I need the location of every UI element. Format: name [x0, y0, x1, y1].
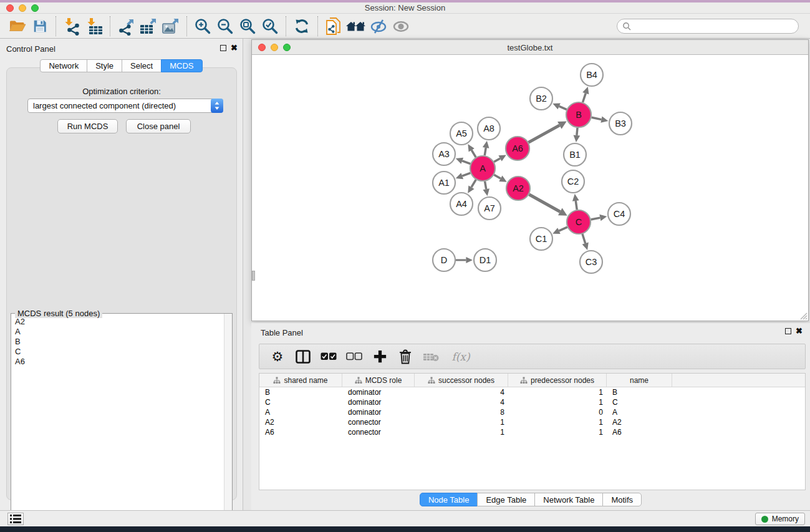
- tab-select[interactable]: Select: [122, 59, 162, 72]
- edge-A-A8[interactable]: [485, 148, 486, 155]
- result-item: A6: [15, 357, 219, 367]
- cell-shared-name: C: [259, 398, 342, 407]
- export-image-button[interactable]: [160, 15, 182, 37]
- cell-predecessor-nodes: 0: [508, 408, 607, 417]
- task-history-button[interactable]: [7, 513, 24, 525]
- toolbar-separator: [286, 16, 286, 36]
- criterion-dropdown[interactable]: largest connected component (directed): [27, 99, 223, 113]
- resize-grip-icon[interactable]: [799, 311, 808, 320]
- table-settings-button[interactable]: ⚙: [269, 349, 286, 365]
- cell-shared-name: A: [259, 408, 342, 417]
- delete-table-icon: [423, 351, 439, 362]
- birdseye-handle[interactable]: [252, 271, 255, 281]
- edge-A6-B[interactable]: [529, 125, 560, 142]
- float-panel-icon[interactable]: [220, 45, 226, 51]
- edge-B-B2[interactable]: [559, 106, 567, 109]
- tab-motifs[interactable]: Motifs: [602, 493, 642, 506]
- edge-B-B4[interactable]: [583, 94, 586, 102]
- edge-A-A7[interactable]: [485, 181, 486, 190]
- tab-network[interactable]: Network: [40, 59, 87, 72]
- import-network-button[interactable]: [60, 15, 83, 37]
- edge-A2-C[interactable]: [529, 195, 560, 212]
- toolbar-separator: [317, 16, 318, 36]
- network-window-titlebar[interactable]: testGlobe.txt: [252, 40, 808, 55]
- edge-C-C4[interactable]: [591, 218, 600, 220]
- tab-node-table[interactable]: Node Table: [420, 493, 478, 506]
- cell-predecessor-nodes: 1: [508, 398, 607, 407]
- column-header-MCDS-role[interactable]: MCDS role: [342, 374, 415, 387]
- edge-B-B1[interactable]: [577, 128, 577, 135]
- tab-network-table[interactable]: Network Table: [534, 493, 603, 506]
- show-panels-button[interactable]: [390, 15, 412, 37]
- column-header-shared-name[interactable]: shared name: [259, 374, 342, 387]
- table-row[interactable]: A2connector11A2: [259, 417, 805, 427]
- import-table-button[interactable]: [83, 15, 105, 37]
- column-header-successor-nodes[interactable]: successor nodes: [415, 374, 508, 387]
- table-row[interactable]: Cdominator41C: [259, 397, 805, 407]
- function-builder-button[interactable]: f(x): [448, 349, 473, 365]
- open-folder-icon: [9, 17, 26, 35]
- memory-button[interactable]: Memory: [755, 513, 805, 525]
- save-session-button[interactable]: [29, 15, 51, 37]
- add-column-button[interactable]: [372, 349, 388, 365]
- node-table: shared nameMCDS rolesuccessor nodesprede…: [259, 373, 806, 490]
- attribute-icon: [520, 377, 528, 384]
- export-network-button[interactable]: [115, 15, 137, 37]
- graph-node-label-C: C: [576, 217, 582, 227]
- graph-node-label-B2: B2: [536, 94, 547, 104]
- arrowhead-icon: [600, 116, 608, 122]
- select-all-button[interactable]: [321, 349, 337, 365]
- run-mcds-button[interactable]: Run MCDS: [57, 119, 118, 133]
- network-view-window: testGlobe.txt AA1A3A4A5A7A8A6A2BB1B2B3B4…: [251, 39, 809, 321]
- zoom-fit-button[interactable]: [236, 15, 259, 37]
- edge-A-A2[interactable]: [494, 175, 501, 178]
- edge-A-A3[interactable]: [462, 161, 470, 164]
- edge-C-C3[interactable]: [582, 234, 586, 243]
- network-overview-button[interactable]: [322, 15, 345, 37]
- table-row[interactable]: Adominator80A: [259, 407, 805, 417]
- tab-mcds[interactable]: MCDS: [161, 59, 202, 72]
- export-network-icon: [117, 17, 135, 36]
- cell-MCDS-role: dominator: [342, 398, 415, 407]
- result-scrollbar[interactable]: [224, 314, 232, 526]
- toggle-columns-button[interactable]: [295, 349, 311, 365]
- delete-table-button[interactable]: [423, 349, 439, 365]
- edge-A-A6[interactable]: [494, 158, 500, 162]
- column-header-predecessor-nodes[interactable]: predecessor nodes: [508, 374, 607, 387]
- hide-panels-button[interactable]: [367, 15, 390, 37]
- close-panel-icon[interactable]: ✖: [796, 328, 803, 334]
- mcds-result-list: A2ABCA6: [11, 316, 223, 526]
- cell-shared-name: B: [259, 388, 342, 397]
- search-field[interactable]: [617, 19, 799, 34]
- edge-B-B3[interactable]: [592, 117, 602, 119]
- table-row[interactable]: A6connector11A6: [259, 427, 805, 437]
- cell-MCDS-role: connector: [342, 428, 415, 437]
- edge-A-A5[interactable]: [471, 150, 476, 157]
- table-row[interactable]: Bdominator41B: [259, 387, 805, 397]
- search-input[interactable]: [631, 22, 793, 31]
- delete-column-button[interactable]: [397, 349, 413, 365]
- cell-name: A2: [607, 418, 672, 427]
- network-canvas[interactable]: AA1A3A4A5A7A8A6A2BB1B2B3B4CC1C2C3C4DD1: [252, 55, 808, 321]
- tab-edge-table[interactable]: Edge Table: [477, 493, 535, 506]
- open-session-button[interactable]: [6, 15, 29, 37]
- zoom-out-button[interactable]: [214, 15, 236, 37]
- column-header-name[interactable]: name: [607, 374, 672, 387]
- edge-A-A1[interactable]: [462, 173, 470, 176]
- tab-style[interactable]: Style: [87, 59, 122, 72]
- float-panel-icon[interactable]: [785, 328, 791, 334]
- close-panel-icon[interactable]: ✖: [231, 45, 238, 51]
- zoom-in-button[interactable]: [191, 15, 214, 37]
- zoom-selected-button[interactable]: [259, 15, 281, 37]
- network-window-title: testGlobe.txt: [252, 43, 808, 52]
- close-panel-button[interactable]: Close panel: [126, 119, 191, 133]
- edge-C-C2[interactable]: [576, 201, 577, 210]
- deselect-all-button[interactable]: [346, 349, 362, 365]
- arrowhead-icon: [466, 257, 473, 263]
- edge-A-A4[interactable]: [471, 180, 476, 187]
- network-document-icon: [324, 16, 344, 36]
- edge-C-C1[interactable]: [559, 227, 567, 231]
- refresh-layout-button[interactable]: [291, 15, 313, 37]
- home-button[interactable]: [345, 15, 367, 37]
- export-table-button[interactable]: [137, 15, 160, 37]
